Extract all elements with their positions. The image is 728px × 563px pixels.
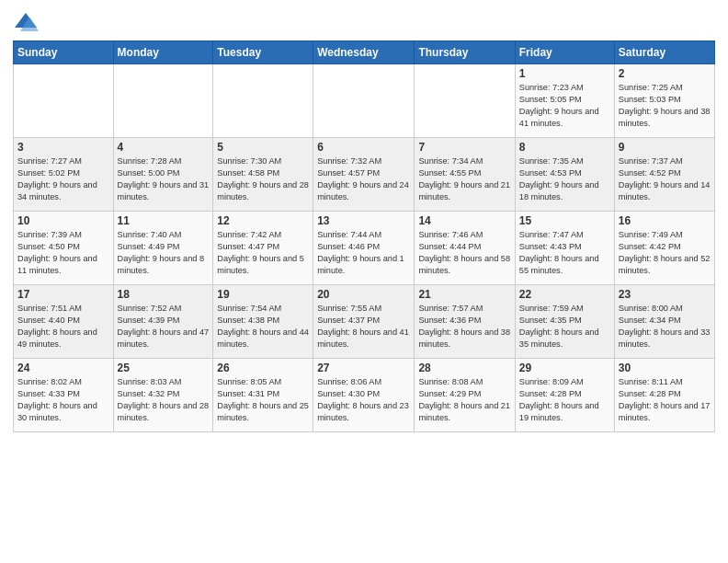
day-number: 10 [17,214,109,227]
calendar-week-3: 17Sunrise: 7:51 AM Sunset: 4:40 PM Dayli… [14,285,715,359]
day-number: 14 [418,214,510,227]
calendar-cell: 2Sunrise: 7:25 AM Sunset: 5:03 PM Daylig… [614,64,714,138]
day-number: 7 [418,141,510,154]
day-info: Sunrise: 7:34 AM Sunset: 4:55 PM Dayligh… [418,155,510,203]
day-number: 16 [619,214,711,227]
day-info: Sunrise: 7:59 AM Sunset: 4:35 PM Dayligh… [519,303,610,350]
day-info: Sunrise: 8:02 AM Sunset: 4:33 PM Dayligh… [17,376,109,424]
calendar-cell: 25Sunrise: 8:03 AM Sunset: 4:32 PM Dayli… [113,359,213,432]
calendar-cell: 23Sunrise: 8:00 AM Sunset: 4:34 PM Dayli… [614,285,714,359]
day-number: 23 [619,288,711,301]
day-number: 15 [519,214,610,227]
calendar-week-1: 3Sunrise: 7:27 AM Sunset: 5:02 PM Daylig… [14,138,715,212]
calendar-cell: 29Sunrise: 8:09 AM Sunset: 4:28 PM Dayli… [515,359,614,432]
calendar-cell: 15Sunrise: 7:47 AM Sunset: 4:43 PM Dayli… [515,212,614,285]
day-number: 18 [118,288,210,301]
day-number: 27 [317,362,410,374]
day-info: Sunrise: 7:52 AM Sunset: 4:39 PM Dayligh… [118,303,210,350]
day-number: 9 [619,141,711,154]
day-number: 11 [118,214,210,227]
header [13,9,715,35]
calendar-week-0: 1Sunrise: 7:23 AM Sunset: 5:05 PM Daylig… [14,64,715,138]
day-number: 12 [217,214,309,227]
day-number: 21 [418,288,510,301]
day-info: Sunrise: 7:51 AM Sunset: 4:40 PM Dayligh… [17,303,109,350]
day-info: Sunrise: 7:55 AM Sunset: 4:37 PM Dayligh… [317,303,410,350]
day-info: Sunrise: 7:47 AM Sunset: 4:43 PM Dayligh… [519,229,610,277]
day-number: 19 [217,288,309,301]
calendar-cell: 24Sunrise: 8:02 AM Sunset: 4:33 PM Dayli… [14,359,114,432]
day-number: 4 [118,141,210,154]
weekday-header-friday: Friday [515,41,614,64]
day-info: Sunrise: 8:05 AM Sunset: 4:31 PM Dayligh… [217,376,309,424]
calendar-cell: 6Sunrise: 7:32 AM Sunset: 4:57 PM Daylig… [313,138,415,212]
calendar-cell [14,64,114,138]
logo-icon [13,9,39,35]
day-number: 3 [17,141,109,154]
day-info: Sunrise: 7:30 AM Sunset: 4:58 PM Dayligh… [217,155,309,203]
calendar-cell: 8Sunrise: 7:35 AM Sunset: 4:53 PM Daylig… [515,138,614,212]
day-info: Sunrise: 8:09 AM Sunset: 4:28 PM Dayligh… [519,376,610,424]
day-info: Sunrise: 7:57 AM Sunset: 4:36 PM Dayligh… [418,303,510,350]
day-info: Sunrise: 7:40 AM Sunset: 4:49 PM Dayligh… [118,229,210,277]
day-info: Sunrise: 8:00 AM Sunset: 4:34 PM Dayligh… [619,303,711,350]
calendar-cell: 4Sunrise: 7:28 AM Sunset: 5:00 PM Daylig… [113,138,213,212]
calendar-cell: 26Sunrise: 8:05 AM Sunset: 4:31 PM Dayli… [213,359,313,432]
day-info: Sunrise: 7:44 AM Sunset: 4:46 PM Dayligh… [317,229,410,277]
calendar-cell: 1Sunrise: 7:23 AM Sunset: 5:05 PM Daylig… [515,64,614,138]
calendar-cell: 12Sunrise: 7:42 AM Sunset: 4:47 PM Dayli… [213,212,313,285]
day-info: Sunrise: 7:42 AM Sunset: 4:47 PM Dayligh… [217,229,309,277]
day-number: 26 [217,362,309,374]
calendar-cell [213,64,313,138]
day-number: 29 [519,362,610,374]
calendar-cell: 7Sunrise: 7:34 AM Sunset: 4:55 PM Daylig… [415,138,515,212]
weekday-header-wednesday: Wednesday [313,41,415,64]
calendar-header-row: SundayMondayTuesdayWednesdayThursdayFrid… [14,41,715,64]
calendar-week-4: 24Sunrise: 8:02 AM Sunset: 4:33 PM Dayli… [14,359,715,432]
calendar-cell: 14Sunrise: 7:46 AM Sunset: 4:44 PM Dayli… [415,212,515,285]
day-number: 1 [519,67,610,80]
calendar-cell: 21Sunrise: 7:57 AM Sunset: 4:36 PM Dayli… [415,285,515,359]
calendar-cell: 9Sunrise: 7:37 AM Sunset: 4:52 PM Daylig… [614,138,714,212]
calendar-cell: 5Sunrise: 7:30 AM Sunset: 4:58 PM Daylig… [213,138,313,212]
calendar-cell: 28Sunrise: 8:08 AM Sunset: 4:29 PM Dayli… [415,359,515,432]
day-info: Sunrise: 7:54 AM Sunset: 4:38 PM Dayligh… [217,303,309,350]
day-info: Sunrise: 7:25 AM Sunset: 5:03 PM Dayligh… [619,82,711,130]
day-info: Sunrise: 8:06 AM Sunset: 4:30 PM Dayligh… [317,376,410,424]
day-info: Sunrise: 7:39 AM Sunset: 4:50 PM Dayligh… [17,229,109,277]
day-number: 24 [17,362,109,374]
weekday-header-sunday: Sunday [14,41,114,64]
calendar-cell: 20Sunrise: 7:55 AM Sunset: 4:37 PM Dayli… [313,285,415,359]
day-number: 17 [17,288,109,301]
day-number: 8 [519,141,610,154]
calendar-cell [313,64,415,138]
calendar-week-2: 10Sunrise: 7:39 AM Sunset: 4:50 PM Dayli… [14,212,715,285]
calendar-cell: 18Sunrise: 7:52 AM Sunset: 4:39 PM Dayli… [113,285,213,359]
day-info: Sunrise: 7:37 AM Sunset: 4:52 PM Dayligh… [619,155,711,203]
calendar-table: SundayMondayTuesdayWednesdayThursdayFrid… [13,40,715,432]
day-number: 20 [317,288,410,301]
day-number: 25 [118,362,210,374]
weekday-header-monday: Monday [113,41,213,64]
day-number: 22 [519,288,610,301]
day-number: 28 [418,362,510,374]
day-number: 6 [317,141,410,154]
calendar-cell: 27Sunrise: 8:06 AM Sunset: 4:30 PM Dayli… [313,359,415,432]
calendar-cell: 3Sunrise: 7:27 AM Sunset: 5:02 PM Daylig… [14,138,114,212]
weekday-header-thursday: Thursday [415,41,515,64]
calendar-cell: 16Sunrise: 7:49 AM Sunset: 4:42 PM Dayli… [614,212,714,285]
calendar-cell [415,64,515,138]
calendar-cell: 19Sunrise: 7:54 AM Sunset: 4:38 PM Dayli… [213,285,313,359]
calendar-cell: 13Sunrise: 7:44 AM Sunset: 4:46 PM Dayli… [313,212,415,285]
day-info: Sunrise: 7:23 AM Sunset: 5:05 PM Dayligh… [519,82,610,130]
weekday-header-saturday: Saturday [614,41,714,64]
day-info: Sunrise: 8:03 AM Sunset: 4:32 PM Dayligh… [118,376,210,424]
calendar-cell: 17Sunrise: 7:51 AM Sunset: 4:40 PM Dayli… [14,285,114,359]
day-number: 5 [217,141,309,154]
day-info: Sunrise: 8:11 AM Sunset: 4:28 PM Dayligh… [619,376,711,424]
calendar-cell: 30Sunrise: 8:11 AM Sunset: 4:28 PM Dayli… [614,359,714,432]
day-info: Sunrise: 8:08 AM Sunset: 4:29 PM Dayligh… [418,376,510,424]
calendar-cell: 10Sunrise: 7:39 AM Sunset: 4:50 PM Dayli… [14,212,114,285]
day-number: 2 [619,67,711,80]
weekday-header-tuesday: Tuesday [213,41,313,64]
